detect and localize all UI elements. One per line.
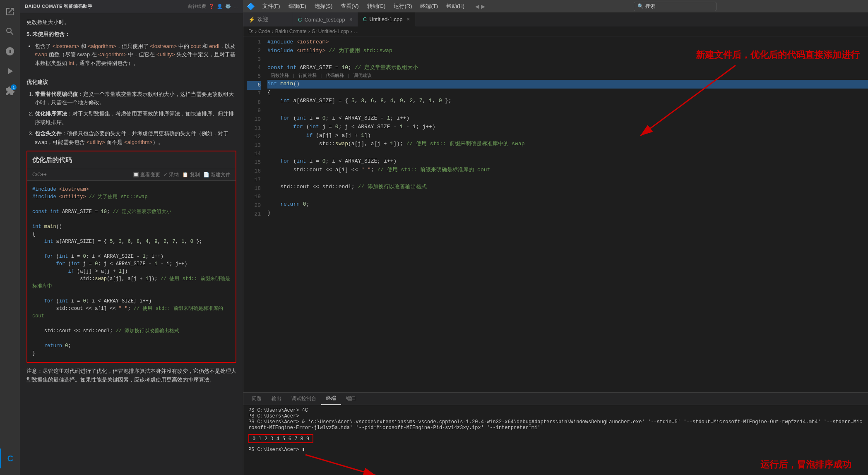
terminal-line-3: PS C:\Users\Acer> & 'c:\Users\Acer\.vsco… bbox=[248, 419, 863, 431]
search-placeholder: 搜索 bbox=[645, 3, 655, 10]
nav-forward[interactable]: ▶ bbox=[481, 3, 485, 10]
left-panel: BAIDU COMATE 智能编码助手 前往续费 ❓ 👤 ⚙️ … 更改数组大小… bbox=[20, 0, 243, 475]
breadcrumb-d[interactable]: D: bbox=[248, 29, 253, 34]
sidebar-item-search[interactable] bbox=[0, 22, 20, 41]
terminal-output-wrapper: 0 1 2 3 4 5 6 7 8 9 bbox=[248, 432, 863, 445]
terminal-line-5: PS C:\Users\Acer> ▮ bbox=[248, 446, 863, 453]
breadcrumb-file[interactable]: G: Untitled-1.cpp bbox=[312, 29, 349, 34]
code-line-20: return 0; bbox=[267, 200, 868, 209]
new-file-btn[interactable]: 📄 新建文件 bbox=[203, 171, 231, 179]
tab-bar: ⚡ 欢迎 C Comate_test.cpp × C Untitled-1.cp… bbox=[243, 12, 868, 27]
search-input[interactable]: 🔍 搜索 bbox=[634, 2, 717, 11]
main-area: 🔷 文件(F) 编辑(E) 选择(S) 查看(V) 转到(G) 运行(R) 终端… bbox=[243, 0, 868, 475]
terminal-content: PS C:\Users\Acer> ^C PS C:\Users\Acer> P… bbox=[243, 405, 868, 475]
breadcrumb-code[interactable]: Code bbox=[258, 29, 270, 34]
terminal-tab-output[interactable]: 输出 bbox=[267, 393, 286, 405]
terminal-line-1: PS C:\Users\Acer> ^C bbox=[248, 408, 863, 413]
panel-content: 更改数组大小时。 5. 未使用的包含： 包含了 <iostream> 和 <al… bbox=[20, 13, 243, 475]
code-line-3 bbox=[267, 55, 868, 64]
code-language: C/C++ bbox=[32, 171, 47, 179]
code-line-2: #include <utility> // 为了使用 std::swap bbox=[267, 47, 868, 55]
opt-item-2: 优化排序算法：对于大型数据集，考虑使用更高效的排序算法，如快速排序、归并排序或堆… bbox=[35, 110, 236, 127]
terminal-tab-problems[interactable]: 问题 bbox=[247, 393, 267, 405]
hint-opt-advice[interactable]: 调优建议 bbox=[353, 72, 372, 80]
hint-code-explain[interactable]: 代码解释 bbox=[326, 72, 344, 80]
user-icon[interactable]: 👤 bbox=[217, 4, 223, 9]
code-line-10: for (int i = 0; i < ARRAY_SIZE - 1; i++) bbox=[267, 114, 868, 123]
menu-terminal[interactable]: 终端(T) bbox=[416, 0, 442, 12]
sidebar-item-git[interactable] bbox=[0, 41, 20, 61]
terminal-tab-debug[interactable]: 调试控制台 bbox=[286, 393, 321, 405]
view-changes-btn[interactable]: 🔲 查看变更 bbox=[133, 171, 160, 179]
terminal-tab-ports[interactable]: 端口 bbox=[341, 393, 361, 405]
nav-back[interactable]: ◀ bbox=[475, 3, 479, 10]
sidebar-item-explorer[interactable] bbox=[0, 2, 20, 22]
svg-line-3 bbox=[305, 455, 376, 475]
more-icon[interactable]: … bbox=[233, 4, 238, 9]
menu-select[interactable]: 选择(S) bbox=[310, 0, 337, 12]
menu-help[interactable]: 帮助(H) bbox=[442, 0, 469, 12]
arrow-svg-2 bbox=[301, 451, 384, 475]
menu-goto[interactable]: 转到(G) bbox=[363, 0, 390, 12]
sidebar-item-extensions[interactable]: 1 bbox=[0, 81, 20, 101]
breadcrumb-comate[interactable]: Baidu Comate bbox=[275, 29, 307, 34]
sidebar-item-run[interactable] bbox=[0, 61, 20, 81]
terminal-panel: 问题 输出 调试控制台 终端 端口 PS C:\Users\Acer> ^C P… bbox=[243, 392, 868, 475]
code-line-14 bbox=[267, 149, 868, 157]
code-editor: 12345 6 7891011 1213141516 1718192021 #i… bbox=[243, 36, 868, 392]
code-line-13: std::swap(a[j], a[j + 1]); // 使用 std:: 前… bbox=[267, 140, 868, 149]
tab-welcome-icon: ⚡ bbox=[248, 17, 255, 23]
terminal-tabs: 问题 输出 调试控制台 终端 端口 bbox=[243, 393, 868, 405]
annotation-text-2: 运行后，冒泡排序成功 bbox=[760, 458, 851, 471]
help-icon[interactable]: ❓ bbox=[209, 4, 214, 9]
optimized-code-title: 优化后的代码 bbox=[27, 151, 236, 169]
section2-heading: 优化建议 bbox=[26, 78, 236, 87]
sidebar-item-comate[interactable]: C bbox=[0, 449, 20, 468]
panel-header: BAIDU COMATE 智能编码助手 前往续费 ❓ 👤 ⚙️ … bbox=[20, 0, 243, 13]
tab-untitled-label: Untitled-1.cpp bbox=[369, 16, 402, 22]
tab-untitled[interactable]: C Untitled-1.cpp × bbox=[358, 12, 416, 26]
code-line-8: int a[ARRAY_SIZE] = { 5, 3, 6, 8, 4, 9, … bbox=[267, 97, 868, 106]
editor-area: 12345 6 7891011 1213141516 1718192021 #i… bbox=[243, 36, 868, 475]
menu-items: 文件(F) 编辑(E) 选择(S) 查看(V) 转到(G) 运行(R) 终端(T… bbox=[258, 0, 469, 12]
tab-untitled-close[interactable]: × bbox=[406, 16, 410, 22]
tab-comate-close[interactable]: × bbox=[349, 16, 353, 23]
menu-file[interactable]: 文件(F) bbox=[258, 0, 284, 12]
code-line-11: for (int j = 0; j < ARRAY_SIZE - 1 - i; … bbox=[267, 123, 868, 132]
code-line-15: for (int i = 0; i < ARRAY_SIZE; i++) bbox=[267, 157, 868, 166]
renew-link[interactable]: 前往续费 bbox=[188, 3, 206, 10]
copy-btn[interactable]: 📋 复制 bbox=[182, 171, 200, 179]
menu-bar: 🔷 文件(F) 编辑(E) 选择(S) 查看(V) 转到(G) 运行(R) 终端… bbox=[243, 0, 868, 12]
code-line-12: if (a[j] > a[j + 1]) bbox=[267, 132, 868, 140]
code-line-16: std::cout << a[i] << " "; // 使用 std:: 前缀… bbox=[267, 166, 868, 175]
adopt-btn[interactable]: ✓ 采纳 bbox=[164, 171, 179, 179]
terminal-output-box: 0 1 2 3 4 5 6 7 8 9 bbox=[248, 434, 313, 443]
code-line-21: } bbox=[267, 209, 868, 218]
hint-func-comment[interactable]: 函数注释 bbox=[271, 72, 289, 80]
search-magnify-icon: 🔍 bbox=[637, 3, 644, 9]
line-numbers: 12345 6 7891011 1213141516 1718192021 bbox=[243, 36, 264, 392]
hint-line-comment[interactable]: 行间注释 bbox=[298, 72, 317, 80]
section1-item: 包含了 <iostream> 和 <algorithm>，但只使用了 <iost… bbox=[35, 42, 236, 68]
intro-text: 更改数组大小时。 bbox=[26, 18, 236, 27]
menu-view[interactable]: 查看(V) bbox=[337, 0, 363, 12]
opt-item-1: 常量替代硬编码值：定义一个常量或变量来表示数组的大小，这样当需要更改数组大小时，… bbox=[35, 90, 236, 108]
code-line-18: std::cout << std::endl; // 添加换行以改善输出格式 bbox=[267, 183, 868, 192]
menu-edit[interactable]: 编辑(E) bbox=[284, 0, 310, 12]
tab-welcome[interactable]: ⚡ 欢迎 bbox=[243, 12, 293, 26]
breadcrumb-more[interactable]: … bbox=[354, 29, 359, 34]
menu-run[interactable]: 运行(R) bbox=[390, 0, 416, 12]
opt-item-3: 包含头文件：确保只包含必要的头文件，并考虑使用更精确的头文件（例如，对于 swa… bbox=[35, 130, 236, 147]
nav-buttons: ◀ ▶ bbox=[475, 3, 485, 10]
breadcrumb: D: › Code › Baidu Comate › G: Untitled-1… bbox=[243, 27, 868, 36]
terminal-tab-terminal[interactable]: 终端 bbox=[321, 393, 341, 405]
note-content: 注意：尽管这里对代码进行了优化，但冒泡排序算法本身并没有改变，它仍然不是处理大型… bbox=[26, 367, 236, 384]
tab-comate-label: Comate_test.cpp bbox=[304, 17, 345, 23]
activity-bar: 1 C bbox=[0, 0, 20, 475]
tab-comate-test[interactable]: C Comate_test.cpp × bbox=[293, 12, 358, 26]
terminal-line-2: PS C:\Users\Acer> bbox=[248, 413, 863, 419]
panel-header-actions: 前往续费 ❓ 👤 ⚙️ … bbox=[188, 3, 238, 10]
settings-icon[interactable]: ⚙️ bbox=[225, 4, 231, 9]
code-line-6: int main() bbox=[267, 80, 868, 89]
code-content: #include <iostream> #include <utility> /… bbox=[264, 36, 868, 392]
